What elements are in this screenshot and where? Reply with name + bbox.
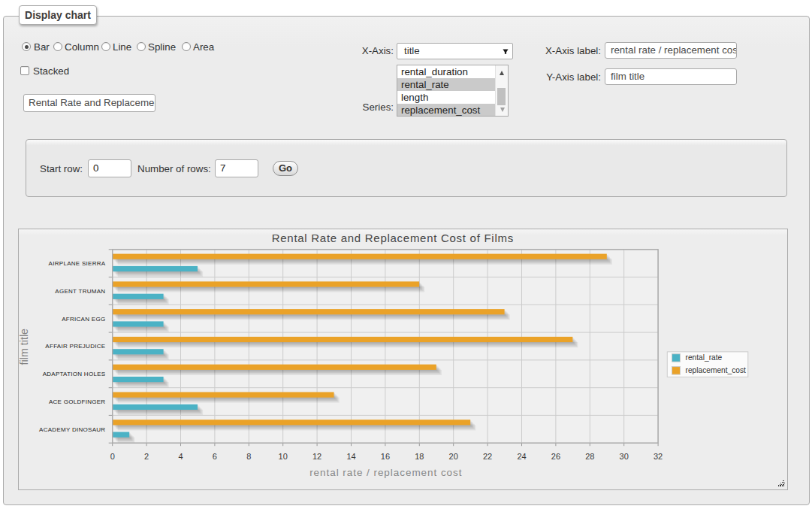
svg-text:28: 28 — [585, 452, 594, 461]
svg-text:AFRICAN EGG: AFRICAN EGG — [62, 316, 105, 323]
svg-text:6: 6 — [213, 452, 217, 461]
svg-text:12: 12 — [312, 452, 321, 461]
svg-text:8: 8 — [246, 452, 251, 461]
svg-text:rental_rate: rental_rate — [686, 353, 723, 362]
svg-text:Rental Rate and Replacement Co: Rental Rate and Replacement Cost of Film… — [272, 232, 514, 244]
svg-text:0: 0 — [110, 452, 115, 461]
svg-text:2: 2 — [144, 452, 149, 461]
svg-text:24: 24 — [517, 452, 526, 461]
svg-text:rental rate / replacement cost: rental rate / replacement cost — [309, 467, 462, 478]
svg-text:26: 26 — [551, 452, 560, 461]
svg-text:4: 4 — [178, 452, 183, 461]
svg-text:ACADEMY DINOSAUR: ACADEMY DINOSAUR — [39, 426, 105, 433]
svg-text:AIRPLANE SIERRA: AIRPLANE SIERRA — [49, 260, 106, 267]
svg-text:ACE GOLDFINGER: ACE GOLDFINGER — [49, 398, 106, 405]
svg-text:22: 22 — [483, 452, 492, 461]
svg-text:14: 14 — [346, 452, 355, 461]
svg-text:20: 20 — [449, 452, 458, 461]
svg-text:30: 30 — [620, 452, 629, 461]
svg-text:AGENT TRUMAN: AGENT TRUMAN — [55, 288, 105, 295]
svg-text:32: 32 — [654, 452, 663, 461]
svg-text:ADAPTATION HOLES: ADAPTATION HOLES — [43, 371, 106, 377]
svg-text:16: 16 — [381, 452, 390, 461]
svg-text:10: 10 — [279, 452, 288, 461]
svg-text:replacement_cost: replacement_cost — [686, 366, 747, 374]
svg-text:film title: film title — [19, 329, 30, 365]
svg-text:18: 18 — [415, 452, 424, 461]
svg-text:AFFAIR PREJUDICE: AFFAIR PREJUDICE — [45, 343, 105, 350]
